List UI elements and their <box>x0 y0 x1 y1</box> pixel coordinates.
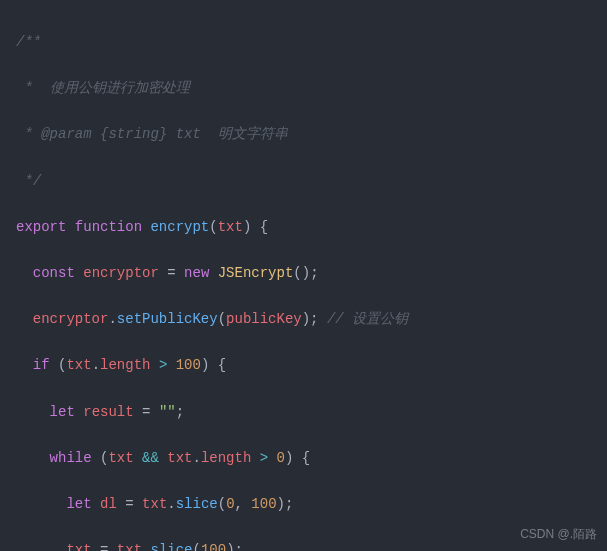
operator: > <box>260 450 268 466</box>
method: slice <box>176 496 218 512</box>
param: txt <box>218 219 243 235</box>
keyword-const: const <box>33 265 75 281</box>
class-name: JSEncrypt <box>218 265 294 281</box>
operator-and: && <box>142 450 159 466</box>
code-line: encryptor.setPublicKey(publicKey); // 设置… <box>0 308 607 331</box>
code-line: let dl = txt.slice(0, 100); <box>0 493 607 516</box>
object: txt <box>66 357 91 373</box>
code-line: * @param {string} txt 明文字符串 <box>0 123 607 146</box>
variable: encryptor <box>83 265 159 281</box>
operator: > <box>159 357 167 373</box>
variable: result <box>83 404 133 420</box>
string: "" <box>159 404 176 420</box>
code-line: txt = txt.slice(100); <box>0 539 607 551</box>
object: txt <box>117 542 142 551</box>
code-line: export function encrypt(txt) { <box>0 216 607 239</box>
keyword-let: let <box>50 404 75 420</box>
code-line: let result = ""; <box>0 401 607 424</box>
code-line: /** <box>0 31 607 54</box>
code-editor[interactable]: /** * 使用公钥进行加密处理 * @param {string} txt 明… <box>0 0 607 551</box>
keyword-export: export <box>16 219 66 235</box>
argument: publicKey <box>226 311 302 327</box>
number: 100 <box>201 542 226 551</box>
code-line: const encryptor = new JSEncrypt(); <box>0 262 607 285</box>
property: length <box>201 450 251 466</box>
code-line: */ <box>0 170 607 193</box>
object: txt <box>108 450 133 466</box>
comment-text: * 使用公钥进行加密处理 <box>16 80 190 96</box>
keyword-while: while <box>50 450 92 466</box>
code-line: while (txt && txt.length > 0) { <box>0 447 607 470</box>
keyword-let: let <box>66 496 91 512</box>
watermark: CSDN @.陌路 <box>520 525 597 545</box>
comment-text: */ <box>16 173 41 189</box>
object: encryptor <box>33 311 109 327</box>
method: slice <box>150 542 192 551</box>
code-line: * 使用公钥进行加密处理 <box>0 77 607 100</box>
variable: txt <box>66 542 91 551</box>
comment-text: // 设置公钥 <box>327 311 408 327</box>
code-line: if (txt.length > 100) { <box>0 354 607 377</box>
keyword-function: function <box>75 219 142 235</box>
property: length <box>100 357 150 373</box>
comment-text: /** <box>16 34 41 50</box>
method: setPublicKey <box>117 311 218 327</box>
number: 0 <box>277 450 285 466</box>
keyword-if: if <box>33 357 50 373</box>
variable: dl <box>100 496 117 512</box>
number: 100 <box>251 496 276 512</box>
comment-text: * @param {string} txt 明文字符串 <box>16 126 288 142</box>
object: txt <box>142 496 167 512</box>
function-name: encrypt <box>150 219 209 235</box>
object: txt <box>167 450 192 466</box>
keyword-new: new <box>184 265 209 281</box>
number: 100 <box>176 357 201 373</box>
number: 0 <box>226 496 234 512</box>
